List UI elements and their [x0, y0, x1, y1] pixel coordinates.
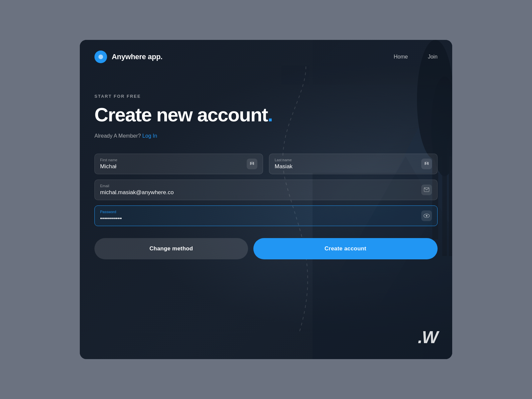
svg-point-10 — [251, 162, 253, 164]
password-input[interactable] — [100, 215, 421, 222]
last-name-field: Last name — [269, 154, 438, 174]
password-inner: Password — [100, 210, 421, 222]
email-field: Email — [94, 180, 438, 200]
last-name-label: Last name — [275, 158, 421, 162]
member-line: Already A Member? Log In — [94, 133, 438, 139]
member-text: Already A Member? — [94, 133, 141, 139]
email-inner: Email — [100, 184, 421, 196]
change-method-button[interactable]: Change method — [94, 238, 248, 259]
watermark-text: .W — [418, 328, 438, 347]
email-input[interactable] — [100, 189, 421, 196]
logo-inner — [98, 55, 103, 59]
headline-dot: . — [268, 104, 273, 125]
headline: Create new account. — [94, 105, 438, 125]
svg-point-13 — [426, 162, 427, 164]
first-name-inner: First name — [100, 158, 247, 170]
login-link[interactable]: Log In — [142, 133, 157, 139]
logo-circle — [94, 51, 107, 63]
name-row: First name Last name — [94, 154, 438, 174]
password-icon[interactable] — [421, 210, 432, 221]
headline-text: Create new account — [94, 104, 268, 125]
navbar: Anywhere app. Home Join — [80, 40, 452, 74]
app-name: Anywhere app. — [112, 53, 163, 61]
nav-links: Home Join — [394, 54, 438, 60]
svg-rect-11 — [251, 164, 253, 165]
last-name-input[interactable] — [275, 163, 421, 170]
last-name-inner: Last name — [275, 158, 421, 170]
nav-join[interactable]: Join — [428, 54, 438, 60]
nav-home[interactable]: Home — [394, 54, 408, 60]
email-label: Email — [100, 184, 421, 188]
svg-point-17 — [426, 215, 428, 216]
start-label: START FOR FREE — [94, 94, 438, 99]
page-content: Anywhere app. Home Join START FOR FREE C… — [80, 40, 452, 359]
svg-rect-14 — [426, 164, 428, 165]
form-area: START FOR FREE Create new account. Alrea… — [80, 74, 452, 359]
password-label: Password — [100, 210, 421, 214]
first-name-label: First name — [100, 158, 247, 162]
first-name-field: First name — [94, 154, 263, 174]
password-row: Password — [94, 205, 438, 226]
email-row: Email — [94, 180, 438, 200]
button-row: Change method Create account — [94, 238, 438, 259]
watermark: .W — [418, 327, 438, 347]
create-account-button[interactable]: Create account — [253, 238, 438, 259]
first-name-icon — [247, 159, 257, 169]
email-icon — [421, 185, 432, 195]
password-field: Password — [94, 205, 438, 226]
main-card: Anywhere app. Home Join START FOR FREE C… — [80, 40, 452, 359]
first-name-input[interactable] — [100, 163, 247, 170]
last-name-icon — [421, 159, 432, 169]
